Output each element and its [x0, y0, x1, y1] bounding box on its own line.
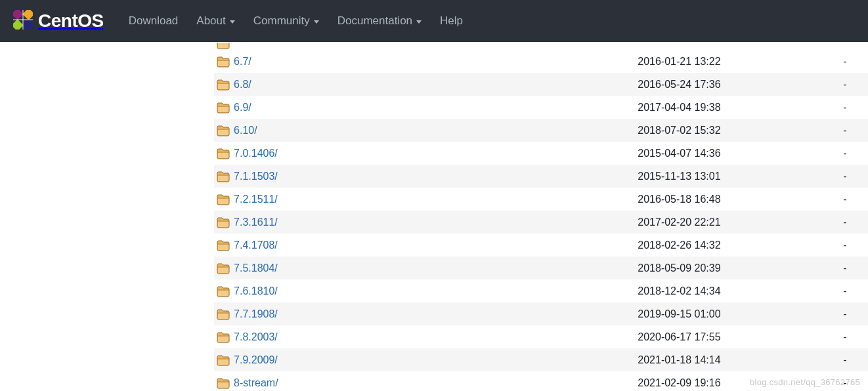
modified-date: 2020-06-17 17:55	[638, 325, 822, 348]
size-cell: -	[822, 234, 868, 257]
brand-link[interactable]: CentOS	[13, 10, 104, 32]
directory-listing: 6.7/2016-01-21 13:22- 6.8/2016-05-24 17:…	[214, 42, 868, 391]
table-row: 7.5.1804/2018-05-09 20:39-	[214, 257, 868, 279]
nav-label: Community	[253, 14, 310, 28]
nav-label: About	[196, 14, 225, 28]
modified-date: 2016-05-24 17:36	[638, 73, 822, 96]
nav-help[interactable]: Help	[433, 9, 469, 33]
nav-label: Download	[129, 14, 179, 28]
size-cell: -	[822, 142, 868, 165]
folder-icon	[214, 371, 234, 391]
nav-label: Documentation	[337, 14, 412, 28]
nav-about[interactable]: About	[190, 9, 241, 33]
svg-rect-0	[13, 10, 24, 20]
directory-link[interactable]: 7.9.2009/	[234, 354, 278, 365]
directory-link[interactable]: 6.10/	[234, 125, 257, 136]
nav-label: Help	[440, 14, 463, 28]
svg-rect-2	[13, 19, 24, 30]
modified-date: 2015-04-07 14:36	[638, 142, 822, 165]
size-cell: -	[822, 257, 868, 279]
navbar: CentOS Download About Community Document…	[0, 0, 868, 42]
chevron-down-icon	[416, 20, 422, 24]
table-row: 6.8/2016-05-24 17:36-	[214, 73, 868, 96]
size-cell: -	[822, 371, 868, 391]
size-cell: -	[822, 302, 868, 325]
folder-icon	[214, 96, 234, 119]
folder-icon	[214, 73, 234, 96]
directory-link[interactable]: 6.8/	[234, 79, 251, 90]
size-cell: -	[822, 279, 868, 302]
modified-date: 2018-12-02 14:34	[638, 279, 822, 302]
nav-items: Download About Community Documentation H…	[122, 9, 469, 33]
folder-icon	[214, 325, 234, 348]
table-row: 6.7/2016-01-21 13:22-	[214, 50, 868, 73]
folder-icon	[214, 50, 234, 73]
folder-icon	[214, 302, 234, 325]
modified-date: 2015-11-13 13:01	[638, 165, 822, 188]
folder-icon	[214, 42, 234, 50]
modified-date: 2018-07-02 15:32	[638, 119, 822, 142]
directory-link[interactable]: 7.6.1810/	[234, 285, 278, 297]
folder-icon	[214, 279, 234, 302]
modified-date: 2017-04-04 19:38	[638, 96, 822, 119]
brand-text: CentOS	[38, 10, 104, 31]
chevron-down-icon	[230, 20, 235, 24]
size-cell: -	[822, 73, 868, 96]
directory-link[interactable]: 7.7.1908/	[234, 308, 278, 319]
size-cell: -	[822, 96, 868, 119]
modified-date: 2017-02-20 22:21	[638, 211, 822, 234]
table-row: 6.10/2018-07-02 15:32-	[214, 119, 868, 142]
size-cell: -	[822, 50, 868, 73]
directory-link[interactable]: 6.9/	[234, 102, 251, 113]
content: 6.7/2016-01-21 13:22- 6.8/2016-05-24 17:…	[0, 42, 868, 391]
table-row: 7.3.1611/2017-02-20 22:21-	[214, 211, 868, 234]
folder-icon	[214, 188, 234, 211]
table-row: 8-stream/2021-02-09 19:16-	[214, 371, 868, 391]
nav-download[interactable]: Download	[122, 9, 185, 33]
folder-icon	[214, 234, 234, 257]
modified-date: 2016-05-18 16:48	[638, 188, 822, 211]
directory-link[interactable]: 7.1.1503/	[234, 171, 278, 182]
directory-link[interactable]: 8-stream/	[234, 377, 278, 388]
centos-logo-icon	[13, 10, 33, 32]
modified-date: 2018-05-09 20:39	[638, 257, 822, 279]
size-cell: -	[822, 119, 868, 142]
nav-community[interactable]: Community	[247, 9, 326, 33]
folder-icon	[214, 165, 234, 188]
modified-date: 2016-01-21 13:22	[638, 50, 822, 73]
directory-link[interactable]: 6.7/	[234, 56, 251, 67]
table-row: 7.6.1810/2018-12-02 14:34-	[214, 279, 868, 302]
modified-date: 2021-02-09 19:16	[638, 371, 822, 391]
table-row: 7.2.1511/2016-05-18 16:48-	[214, 188, 868, 211]
table-row: 7.7.1908/2019-09-15 01:00-	[214, 302, 868, 325]
table-row: 7.1.1503/2015-11-13 13:01-	[214, 165, 868, 188]
size-cell: -	[822, 188, 868, 211]
table-row: 6.9/2017-04-04 19:38-	[214, 96, 868, 119]
modified-date: 2018-02-26 14:32	[638, 234, 822, 257]
modified-date: 2019-09-15 01:00	[638, 302, 822, 325]
size-cell: -	[822, 165, 868, 188]
size-cell: -	[822, 325, 868, 348]
size-cell: -	[822, 348, 868, 371]
table-row: 7.9.2009/2021-01-18 14:14-	[214, 348, 868, 371]
svg-rect-3	[22, 19, 33, 30]
folder-icon	[214, 257, 234, 279]
directory-link[interactable]: 7.0.1406/	[234, 148, 278, 159]
folder-icon	[214, 211, 234, 234]
directory-link[interactable]: 7.4.1708/	[234, 239, 278, 251]
table-row: 7.8.2003/2020-06-17 17:55-	[214, 325, 868, 348]
folder-icon	[214, 142, 234, 165]
table-row: 7.0.1406/2015-04-07 14:36-	[214, 142, 868, 165]
directory-link[interactable]: 7.2.1511/	[234, 194, 278, 205]
nav-documentation[interactable]: Documentation	[331, 9, 428, 33]
svg-rect-1	[22, 10, 33, 20]
directory-link[interactable]: 7.3.1611/	[234, 216, 278, 228]
folder-icon	[214, 119, 234, 142]
chevron-down-icon	[314, 20, 319, 24]
directory-link[interactable]: 7.8.2003/	[234, 331, 278, 342]
directory-link[interactable]: 7.5.1804/	[234, 262, 278, 274]
size-cell: -	[822, 211, 868, 234]
folder-icon	[214, 348, 234, 371]
modified-date: 2021-01-18 14:14	[638, 348, 822, 371]
table-row: 7.4.1708/2018-02-26 14:32-	[214, 234, 868, 257]
